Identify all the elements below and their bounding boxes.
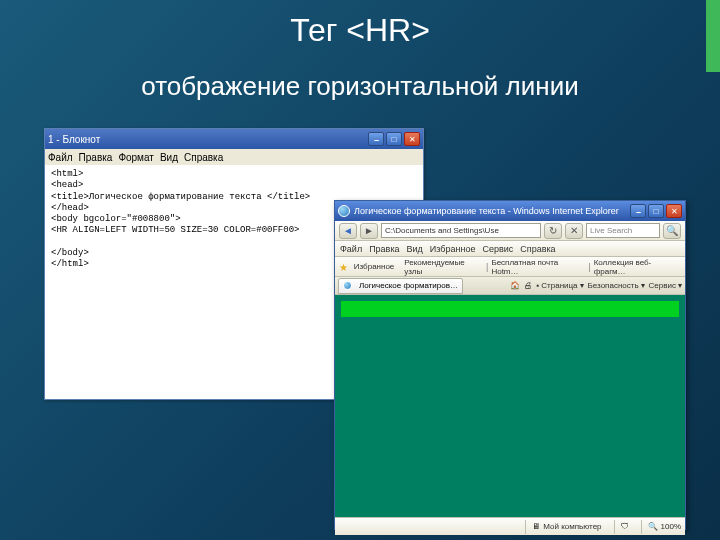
maximize-button[interactable]: □ bbox=[648, 204, 664, 218]
back-button[interactable]: ◄ bbox=[339, 223, 357, 239]
forward-button[interactable]: ► bbox=[360, 223, 378, 239]
search-icon[interactable]: 🔍 bbox=[663, 223, 681, 239]
close-button[interactable]: ✕ bbox=[404, 132, 420, 146]
hr-rendered bbox=[341, 301, 679, 317]
tab-page[interactable]: Логическое форматиров… bbox=[338, 278, 463, 294]
computer-icon: 🖥 bbox=[532, 522, 540, 531]
star-icon[interactable]: ★ bbox=[339, 262, 349, 272]
fav-item[interactable]: Бесплатная почта Hotm… bbox=[491, 258, 585, 276]
ie-window-controls: ‒ □ ✕ bbox=[630, 204, 682, 218]
ie-statusbar: 🖥 Мой компьютер 🛡 🔍 100% bbox=[335, 517, 685, 535]
page-icon bbox=[343, 281, 352, 290]
status-zone: 🖥 Мой компьютер bbox=[525, 520, 601, 534]
toolbar-page[interactable]: ▪ Страница ▾ bbox=[536, 281, 583, 290]
print-icon[interactable]: 🖨 bbox=[524, 281, 532, 290]
status-zoom[interactable]: 🔍 100% bbox=[641, 520, 681, 534]
stop-button[interactable]: ✕ bbox=[565, 223, 583, 239]
tab-label: Логическое форматиров… bbox=[359, 281, 458, 290]
slide-title: Тег <HR> bbox=[0, 0, 720, 49]
status-protected[interactable]: 🛡 bbox=[614, 520, 629, 534]
search-placeholder: Live Search bbox=[590, 226, 632, 235]
minimize-button[interactable]: ‒ bbox=[630, 204, 646, 218]
ie-toolbar-right: 🏠 🖨 ▪ Страница ▾ Безопасность ▾ Сервис ▾ bbox=[510, 281, 682, 290]
menu-help[interactable]: Справка bbox=[520, 244, 555, 254]
home-icon[interactable]: 🏠 bbox=[510, 281, 520, 290]
menu-view[interactable]: Вид bbox=[160, 152, 178, 163]
menu-tools[interactable]: Сервис bbox=[482, 244, 513, 254]
ie-address-row: ◄ ► C:\Documents and Settings\Use ↻ ✕ Li… bbox=[335, 221, 685, 241]
menu-edit[interactable]: Правка bbox=[79, 152, 113, 163]
slide-subtitle: отображение горизонтальной линии bbox=[0, 71, 720, 102]
address-text: C:\Documents and Settings\Use bbox=[385, 226, 499, 235]
ie-content-area bbox=[335, 295, 685, 517]
toolbar-security[interactable]: Безопасность ▾ bbox=[588, 281, 645, 290]
notepad-window-controls: ‒ □ ✕ bbox=[368, 132, 420, 146]
shield-icon: 🛡 bbox=[621, 522, 629, 531]
menu-file[interactable]: Файл bbox=[48, 152, 73, 163]
address-bar[interactable]: C:\Documents and Settings\Use bbox=[381, 223, 541, 238]
menu-format[interactable]: Формат bbox=[118, 152, 154, 163]
ie-window: Логическое форматирование текста - Windo… bbox=[334, 200, 686, 530]
notepad-title: 1 - Блокнот bbox=[48, 134, 100, 145]
slide-accent bbox=[706, 0, 720, 72]
notepad-menubar: Файл Правка Формат Вид Справка bbox=[45, 149, 423, 165]
maximize-button[interactable]: □ bbox=[386, 132, 402, 146]
favorites-label[interactable]: Избранное bbox=[354, 262, 395, 271]
toolbar-service[interactable]: Сервис ▾ bbox=[649, 281, 682, 290]
zoom-icon: 🔍 bbox=[648, 522, 658, 531]
search-box[interactable]: Live Search bbox=[586, 223, 660, 238]
workspace: 1 - Блокнот ‒ □ ✕ Файл Правка Формат Вид… bbox=[44, 128, 684, 528]
menu-file[interactable]: Файл bbox=[340, 244, 362, 254]
ie-icon bbox=[338, 205, 350, 217]
notepad-titlebar[interactable]: 1 - Блокнот ‒ □ ✕ bbox=[45, 129, 423, 149]
minimize-button[interactable]: ‒ bbox=[368, 132, 384, 146]
close-button[interactable]: ✕ bbox=[666, 204, 682, 218]
menu-help[interactable]: Справка bbox=[184, 152, 223, 163]
fav-item[interactable]: Коллекция веб-фрагм… bbox=[594, 258, 681, 276]
menu-edit[interactable]: Правка bbox=[369, 244, 399, 254]
ie-title: Логическое форматирование текста - Windo… bbox=[354, 206, 619, 216]
menu-favorites[interactable]: Избранное bbox=[430, 244, 476, 254]
ie-titlebar[interactable]: Логическое форматирование текста - Windo… bbox=[335, 201, 685, 221]
fav-item[interactable]: Рекомендуемые узлы bbox=[404, 258, 483, 276]
refresh-button[interactable]: ↻ bbox=[544, 223, 562, 239]
ie-menubar: Файл Правка Вид Избранное Сервис Справка bbox=[335, 241, 685, 257]
ie-favorites-row: ★ Избранное Рекомендуемые узлы | Бесплат… bbox=[335, 257, 685, 277]
menu-view[interactable]: Вид bbox=[407, 244, 423, 254]
ie-tab-row: Логическое форматиров… 🏠 🖨 ▪ Страница ▾ … bbox=[335, 277, 685, 295]
